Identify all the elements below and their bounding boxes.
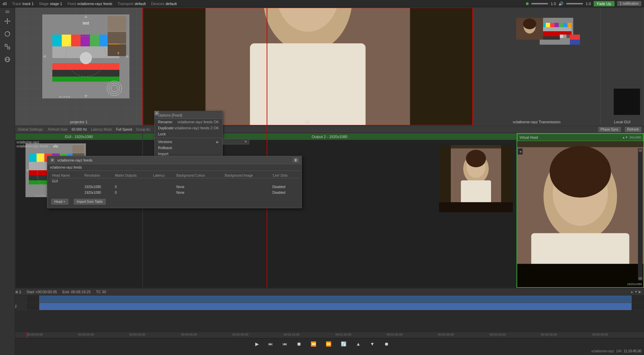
transport-info: Transport default xyxy=(118,2,146,6)
col-latency: Latency xyxy=(151,173,174,178)
refresh-button[interactable]: Refresh xyxy=(625,127,641,132)
loop-button[interactable]: 🔄 xyxy=(339,340,348,348)
cell-bg-colour-0 xyxy=(174,178,223,184)
device-modal-body: Head Name Resolution Matrix Outputs Late… xyxy=(47,171,302,208)
rotate-icon[interactable] xyxy=(2,29,13,39)
versions-submenu: ▼ xyxy=(222,139,249,144)
current-time: 11:10:45.00 xyxy=(624,349,641,353)
feed-info[interactable]: Feed vclaiborne-rayz feeds xyxy=(67,2,112,6)
device-modal-title: vclaiborne-rayz feeds xyxy=(57,158,93,162)
context-menu-rename[interactable]: Rename: vclaiborne-rayz feeds OK xyxy=(155,119,222,125)
step-forward-button[interactable]: ⏭ xyxy=(267,340,274,348)
down-button[interactable]: ▼ xyxy=(369,340,376,348)
track-content-video[interactable] xyxy=(27,296,644,303)
play-button[interactable]: ▶ xyxy=(254,340,260,348)
scale-icon[interactable] xyxy=(2,41,13,52)
vh-controls: ▲▼ 20x1080 xyxy=(622,136,641,139)
cell-live-dots-2: Disabled xyxy=(270,190,299,195)
upper-stage: test A L P H A projector 1 xyxy=(15,7,644,126)
move-icon[interactable] xyxy=(2,16,13,27)
svg-rect-74 xyxy=(37,153,44,162)
virtual-head-panel: Virtual Head ▲▼ 20x1080 1920x1080 ◀ xyxy=(517,133,644,288)
import-table-button[interactable]: Import from Table xyxy=(74,199,106,205)
context-menu-duplicate[interactable]: Duplicate: vclaiborne-rayz feeds 2 OK xyxy=(155,125,222,131)
svg-rect-20 xyxy=(90,35,99,46)
svg-point-64 xyxy=(523,18,536,29)
video-slider[interactable] xyxy=(531,3,548,4)
stop-button[interactable]: ⏹ xyxy=(295,340,303,348)
cell-bg-image-2 xyxy=(223,190,270,195)
svg-rect-49 xyxy=(410,8,472,125)
svg-text:A L P H A: A L P H A xyxy=(59,95,70,98)
timeline-start: Start +00:00:00.05 xyxy=(26,290,57,294)
device-modal-delete[interactable]: 🗑 xyxy=(293,158,299,163)
vh-title: Virtual Head xyxy=(520,136,538,139)
versions-label: Versions xyxy=(158,140,172,144)
track-content-video2[interactable] xyxy=(27,303,644,310)
fade-up-button[interactable]: Fade Up xyxy=(594,1,614,6)
device-modal-header: ✕ vclaiborne-rayz feeds 🗑 xyxy=(47,156,302,164)
rollback-label: Rollback xyxy=(158,146,172,150)
prev-button[interactable]: ⏪ xyxy=(309,340,318,348)
cell-resolution-1: 1920x1080 xyxy=(83,184,113,190)
phase-sync-button[interactable]: Phase Sync xyxy=(598,127,621,132)
add-head-button[interactable]: Head + xyxy=(51,199,68,205)
lock-label: Lock xyxy=(158,132,166,136)
svg-rect-30 xyxy=(108,16,126,31)
context-menu-rollback[interactable]: Rollback xyxy=(155,145,222,151)
context-menu-close[interactable]: ✕ xyxy=(154,111,159,116)
vh-scrollbar[interactable] xyxy=(638,148,643,280)
device-modal-close[interactable]: ✕ xyxy=(50,158,55,163)
feed-label-top: vclaiborne-rayz xyxy=(15,140,39,144)
svg-rect-9 xyxy=(8,47,10,49)
svg-rect-32 xyxy=(108,44,126,56)
svg-rect-54 xyxy=(546,23,550,27)
panel2-label: pj1 xyxy=(305,120,310,124)
rename-label: Rename: xyxy=(158,120,173,124)
table-row: 1920x1080 0 None Disabled xyxy=(50,184,299,190)
gui-header: GUI - 1920x1080 xyxy=(15,133,142,140)
device-modal-actions: Head + Import from Table xyxy=(50,197,299,206)
duplicate-label: Duplicate: xyxy=(158,126,174,130)
3d-label: 3D xyxy=(5,10,10,14)
svg-marker-4 xyxy=(4,20,6,22)
notification-badge[interactable]: 1 notification xyxy=(617,1,641,6)
svg-marker-5 xyxy=(9,20,10,22)
frame-count: 144 xyxy=(616,349,622,353)
audio-level: 1.0 xyxy=(586,2,591,6)
cell-bg-image-0 xyxy=(223,178,270,184)
svg-rect-24 xyxy=(52,70,119,77)
rewind-button[interactable]: ⏮ xyxy=(281,340,288,348)
stage-panel-projector: test A L P H A projector 1 xyxy=(15,7,143,126)
gs-label: Global Settings: xyxy=(18,127,44,131)
context-menu-versions[interactable]: Versions ▶ ▼ xyxy=(155,139,222,145)
svg-rect-70 xyxy=(570,40,580,45)
timeline-end: End -00:09:19.25 xyxy=(62,290,91,294)
audio-slider[interactable] xyxy=(566,3,583,4)
svg-rect-31 xyxy=(108,32,126,44)
up-button[interactable]: ▲ xyxy=(355,340,362,348)
svg-marker-2 xyxy=(7,18,8,19)
col-matrix-outputs: Matrix Outputs xyxy=(113,173,151,178)
rename-value: vclaiborne-rayz feeds OK xyxy=(177,120,219,124)
record-button[interactable]: ⏺ xyxy=(383,340,390,348)
app-label: d3 xyxy=(3,2,7,6)
context-menu-lock[interactable]: Lock xyxy=(155,131,222,137)
gs-group-label: Group Ac xyxy=(136,128,150,131)
cell-resolution-2: 1920x1080 xyxy=(83,190,113,195)
ruler-playhead xyxy=(27,332,28,338)
cell-matrix-2: 0 xyxy=(113,190,151,195)
cell-live-dots-0 xyxy=(270,178,299,184)
next-button[interactable]: ⏩ xyxy=(324,340,333,348)
portrait-preview xyxy=(143,8,472,125)
svg-rect-73 xyxy=(29,153,37,162)
cell-live-dots-1: Disabled xyxy=(270,184,299,190)
cell-matrix-1: 0 xyxy=(113,184,151,190)
svg-rect-25 xyxy=(52,77,119,82)
svg-rect-8 xyxy=(5,44,7,46)
globe-icon[interactable] xyxy=(2,54,13,65)
vh-left-control[interactable]: ◀ xyxy=(518,148,523,154)
global-settings-bar: Global Settings: Refresh Rate 60.000 Hz … xyxy=(15,126,644,133)
versions-arrow: ▶ xyxy=(216,140,219,144)
gs-refresh-rate-label: Refresh Rate xyxy=(48,128,68,131)
